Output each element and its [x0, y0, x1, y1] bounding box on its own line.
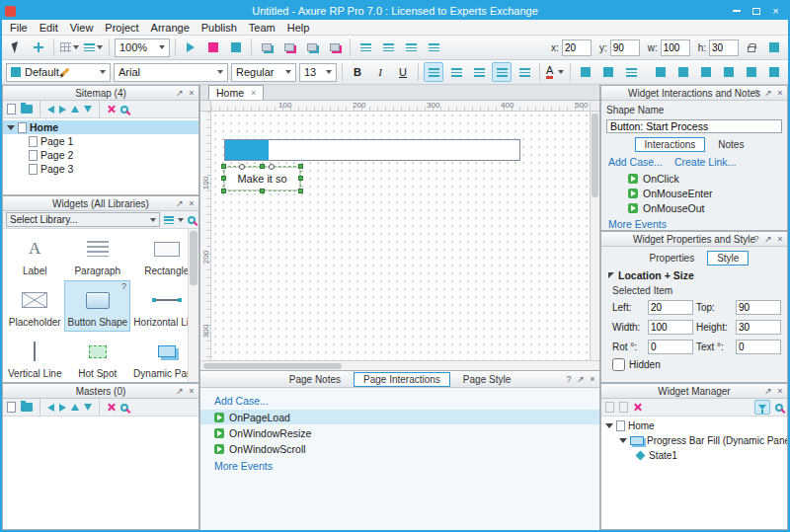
delete-item-icon[interactable] [633, 403, 642, 412]
opacity-button[interactable] [764, 62, 784, 82]
zoom-select[interactable]: 100% [115, 38, 170, 57]
event-onmouseenter[interactable]: OnMouseEnter [628, 187, 782, 199]
move-down-icon[interactable] [84, 106, 92, 113]
event-onclick[interactable]: OnClick [628, 172, 782, 185]
shape-name-input[interactable] [606, 119, 782, 133]
menu-arrange[interactable]: Arrange [145, 22, 196, 34]
menu-edit[interactable]: Edit [34, 22, 64, 34]
indent-page-icon[interactable] [59, 106, 66, 114]
font-family-select[interactable]: Arial [114, 63, 228, 82]
new-item-icon[interactable] [605, 402, 614, 413]
float-panel-icon[interactable]: ↗ [175, 89, 185, 98]
event-onpageload[interactable]: OnPageLoad [200, 410, 599, 424]
h-input[interactable] [709, 39, 739, 56]
underline-button[interactable]: U [393, 62, 413, 82]
widget-placeholder[interactable]: Placeholder [5, 280, 64, 332]
bullet-list-button[interactable] [514, 62, 534, 82]
manager-item-home[interactable]: Home [601, 418, 787, 433]
send-back-button[interactable] [325, 38, 345, 57]
align-left-button[interactable] [356, 38, 375, 57]
move-up-icon[interactable] [71, 404, 79, 411]
search-icon[interactable] [188, 216, 196, 224]
ungroup-button[interactable] [279, 38, 299, 57]
bring-front-button[interactable] [302, 38, 322, 57]
menu-help[interactable]: Help [281, 22, 316, 34]
corner-radius-button[interactable] [719, 62, 739, 82]
widget-label[interactable]: ALabel [5, 229, 64, 280]
grid-options-button[interactable] [59, 38, 80, 57]
guides-options-button[interactable] [83, 38, 104, 57]
resize-handle[interactable] [221, 164, 226, 169]
sitemap-item-page1[interactable]: Page 1 [3, 134, 198, 148]
resize-handle[interactable] [298, 176, 303, 181]
hidden-checkbox[interactable] [612, 358, 625, 371]
menu-file[interactable]: File [4, 22, 34, 34]
canvas-horizontal-scrollbar[interactable] [200, 360, 599, 370]
library-select[interactable]: Select Library... [6, 212, 160, 227]
padding-button[interactable] [742, 62, 761, 82]
menu-team[interactable]: Team [243, 22, 281, 34]
add-master-icon[interactable] [7, 402, 16, 413]
arrow-style-button[interactable] [673, 62, 693, 82]
connector-point-icon[interactable] [239, 164, 245, 170]
widget-hot-spot[interactable]: Hot Spot [64, 332, 130, 382]
tab-page-style[interactable]: Page Style [453, 372, 520, 387]
resize-handle[interactable] [298, 189, 303, 193]
publish-button[interactable] [203, 38, 223, 57]
fill-color-button[interactable] [598, 62, 618, 82]
resize-handle[interactable] [260, 164, 265, 169]
widgets-scrollbar[interactable] [188, 229, 198, 382]
group-button[interactable] [257, 38, 276, 57]
add-case-link[interactable]: Add Case... [608, 156, 663, 168]
menu-publish[interactable]: Publish [196, 22, 243, 34]
text-align-center-button[interactable] [446, 62, 466, 82]
vertical-align-top-button[interactable] [492, 62, 512, 82]
design-canvas[interactable]: Make it so [211, 112, 590, 360]
close-panel-icon[interactable]: × [588, 375, 597, 384]
tab-properties[interactable]: Properties [640, 251, 705, 266]
tab-page-interactions[interactable]: Page Interactions [354, 372, 450, 387]
manager-item-progress-bar-fill[interactable]: Progress Bar Fill (Dynamic Panel) [601, 433, 787, 448]
tab-notes[interactable]: Notes [708, 137, 753, 152]
float-panel-icon[interactable]: ↗ [175, 199, 185, 208]
event-onmouseout[interactable]: OnMouseOut [628, 201, 782, 214]
close-panel-icon[interactable]: × [775, 387, 785, 396]
y-input[interactable] [610, 39, 640, 56]
resize-handle[interactable] [260, 189, 265, 193]
sitemap-item-page2[interactable]: Page 2 [3, 148, 198, 162]
italic-button[interactable]: I [370, 62, 390, 82]
tab-page-notes[interactable]: Page Notes [279, 372, 351, 387]
widget-vertical-line[interactable]: Vertical Line [5, 332, 64, 382]
search-icon[interactable] [120, 106, 128, 114]
tree-expand-icon[interactable] [605, 423, 613, 428]
tab-close-icon[interactable]: × [251, 88, 256, 98]
line-style-button[interactable] [651, 62, 671, 82]
style-preset-select[interactable]: Default [6, 63, 111, 82]
event-onwindowresize[interactable]: OnWindowResize [200, 425, 599, 440]
widget-button-shape[interactable]: ?Button Shape [64, 280, 130, 332]
text-rotation-input[interactable] [736, 340, 781, 354]
search-icon[interactable] [775, 404, 783, 412]
manager-item-state1[interactable]: State1 [601, 448, 787, 463]
tab-style[interactable]: Style [707, 251, 749, 266]
resize-handle[interactable] [221, 189, 226, 193]
shadow-button[interactable] [696, 62, 716, 82]
close-panel-icon[interactable]: × [187, 199, 197, 208]
help-panel-icon[interactable]: ? [564, 375, 574, 384]
tab-home[interactable]: Home × [208, 85, 264, 100]
float-panel-icon[interactable]: ↗ [763, 387, 773, 396]
close-panel-icon[interactable]: × [187, 387, 197, 396]
scrollbar-thumb[interactable] [190, 231, 198, 285]
preview-button[interactable] [181, 38, 200, 57]
font-size-select[interactable]: 13 [299, 63, 337, 82]
lock-button[interactable] [742, 38, 761, 57]
font-weight-select[interactable]: Regular [231, 63, 296, 82]
float-panel-icon[interactable]: ↗ [175, 387, 185, 396]
progress-bar-widget[interactable] [224, 139, 520, 161]
search-icon[interactable] [120, 404, 128, 412]
outdent-icon[interactable] [47, 404, 54, 412]
w-input[interactable] [661, 39, 690, 56]
share-button[interactable] [226, 38, 246, 57]
scrollbar-thumb[interactable] [203, 363, 342, 369]
tree-expand-icon[interactable] [7, 125, 15, 130]
